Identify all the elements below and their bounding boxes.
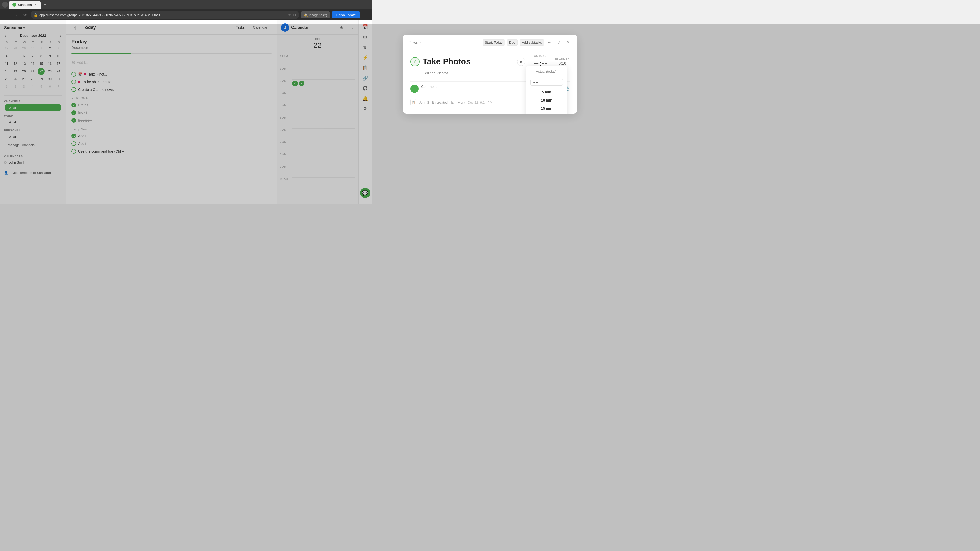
- incognito-label: Incognito (2): [309, 13, 327, 17]
- active-tab[interactable]: Sunsama ✕: [9, 0, 41, 9]
- tab-bar: ‹ Sunsama ✕ +: [0, 0, 372, 9]
- back-btn[interactable]: ←: [3, 11, 10, 18]
- tab-favicon: [12, 3, 16, 6]
- secure-icon: 🔒: [34, 13, 38, 17]
- split-icon[interactable]: ⊡: [293, 13, 296, 17]
- reload-btn[interactable]: ⟳: [21, 11, 29, 18]
- incognito-icon: 🕵: [304, 13, 308, 17]
- incognito-btn[interactable]: 🕵 Incognito (2): [301, 11, 330, 18]
- browser-menu-btn[interactable]: ⋮: [362, 11, 369, 19]
- modal-overlay: # work Start: Today Due Add subtasks ···…: [0, 24, 372, 208]
- tab-title: Sunsama: [18, 3, 32, 6]
- address-bar[interactable]: 🔒 app.sunsama.com/group/1703182764469638…: [30, 11, 299, 19]
- bookmark-icon[interactable]: ☆: [288, 13, 291, 17]
- finish-update-btn[interactable]: Finish update: [332, 11, 360, 18]
- address-icons: ☆ ⊡: [288, 13, 296, 17]
- new-tab-btn[interactable]: +: [41, 1, 49, 8]
- address-bar-row: ← → ⟳ 🔒 app.sunsama.com/group/1703182764…: [0, 9, 372, 21]
- tab-close-btn[interactable]: ✕: [33, 3, 38, 6]
- url-text: app.sunsama.com/group/17031827644696380?…: [39, 13, 286, 17]
- forward-btn[interactable]: →: [12, 11, 19, 18]
- tab-scroll-btn[interactable]: ‹: [2, 2, 8, 8]
